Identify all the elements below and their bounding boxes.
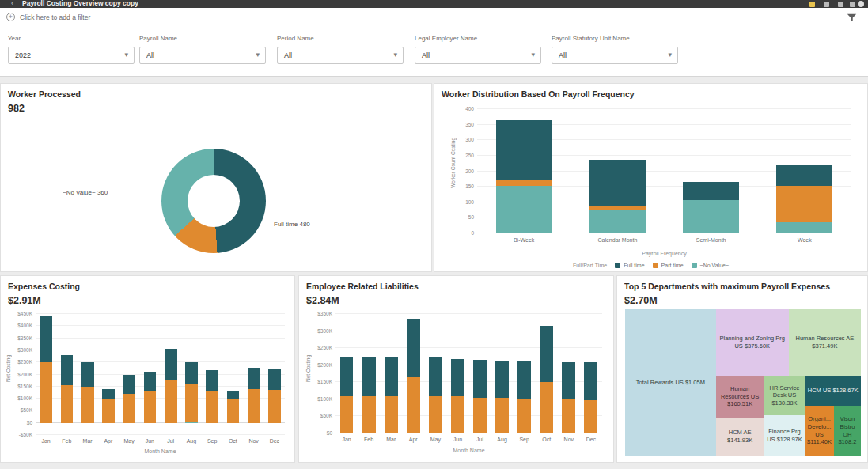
- stacked-bar[interactable]: [340, 357, 354, 433]
- stacked-bar[interactable]: [451, 359, 464, 433]
- bar-segment[interactable]: [429, 396, 442, 433]
- bar-segment[interactable]: [340, 357, 354, 396]
- bar-segment[interactable]: [495, 361, 509, 398]
- bar-segment[interactable]: [206, 391, 218, 423]
- bar-segment[interactable]: [268, 390, 281, 422]
- stacked-bar[interactable]: [165, 349, 177, 423]
- treemap-tile[interactable]: Finance Prg US $128.97K: [764, 415, 805, 456]
- bar-segment[interactable]: [102, 399, 115, 423]
- bar-segment[interactable]: [407, 377, 420, 433]
- stacked-bar[interactable]: [362, 357, 376, 433]
- stacked-bar[interactable]: [144, 372, 157, 423]
- bar-segment[interactable]: [776, 186, 832, 222]
- bar-segment[interactable]: [473, 360, 487, 398]
- stacked-bar[interactable]: [385, 357, 398, 433]
- stacked-bar[interactable]: [40, 316, 52, 423]
- treemap-tile[interactable]: Organi... Develo... US $111.40K: [805, 406, 833, 456]
- bar-segment[interactable]: [562, 399, 575, 433]
- bar-segment[interactable]: [206, 370, 218, 391]
- bar-segment[interactable]: [540, 382, 553, 433]
- treemap-tile[interactable]: Human Resources US $160.51K: [716, 376, 764, 418]
- share-icon[interactable]: [824, 2, 829, 7]
- stacked-bar[interactable]: [496, 120, 552, 233]
- treemap-tile[interactable]: Total Rewards US $1.05M: [625, 309, 716, 456]
- treemap-tile[interactable]: HCM AE $141.93K: [716, 418, 764, 456]
- bar-segment[interactable]: [683, 200, 739, 233]
- filter-funnel-icon[interactable]: [847, 13, 857, 23]
- bar-segment[interactable]: [473, 398, 487, 433]
- bar-segment[interactable]: [496, 120, 552, 181]
- bar-segment[interactable]: [385, 396, 398, 433]
- bar-segment[interactable]: [517, 361, 531, 399]
- stacked-bar[interactable]: [584, 362, 597, 433]
- bar-segment[interactable]: [340, 396, 354, 433]
- stacked-bar[interactable]: [517, 361, 531, 433]
- filter-dropdown[interactable]: All▾: [139, 47, 266, 64]
- filter-dropdown[interactable]: 2022▾: [8, 47, 135, 64]
- liabilities-chart[interactable]: Net Costing $0$50K$100K$150K$200K$250K$3…: [302, 309, 610, 462]
- bar-segment[interactable]: [407, 319, 420, 377]
- stacked-bar[interactable]: [473, 360, 487, 433]
- bar-segment[interactable]: [227, 391, 240, 399]
- stacked-bar[interactable]: [123, 375, 135, 422]
- bar-segment[interactable]: [123, 394, 135, 423]
- plot-area[interactable]: $0$50K$100K$150K$200K$250K$300K$350K: [335, 314, 602, 433]
- bar-segment[interactable]: [123, 375, 135, 394]
- bar-segment[interactable]: [496, 186, 552, 233]
- stacked-bar[interactable]: [227, 391, 240, 422]
- plot-area[interactable]: -$50K$0$50K$100K$150K$200K$250K$300K$350…: [36, 314, 285, 435]
- stacked-bar[interactable]: [407, 319, 420, 433]
- bar-segment[interactable]: [385, 357, 398, 395]
- stacked-bar[interactable]: [776, 165, 832, 234]
- bookmark-icon[interactable]: [809, 2, 815, 7]
- bar-segment[interactable]: [776, 165, 832, 187]
- treemap-tile[interactable]: Vison Bistro OH $108.2: [834, 406, 861, 456]
- bar-segment[interactable]: [61, 355, 74, 385]
- stacked-bar[interactable]: [268, 369, 281, 423]
- legend-item[interactable]: Part time: [653, 263, 684, 268]
- stacked-bar[interactable]: [81, 362, 94, 423]
- legend-item[interactable]: Full time: [615, 263, 644, 268]
- add-filter-button[interactable]: + Click here to add a filter: [6, 13, 90, 21]
- bar-segment[interactable]: [517, 399, 531, 433]
- stacked-bar[interactable]: [102, 389, 115, 422]
- stacked-bar[interactable]: [683, 182, 739, 233]
- bar-segment[interactable]: [185, 362, 198, 384]
- bell-icon[interactable]: [838, 2, 843, 7]
- bar-segment[interactable]: [227, 399, 240, 423]
- bar-segment[interactable]: [61, 385, 74, 422]
- bar-segment[interactable]: [185, 422, 198, 423]
- stacked-bar[interactable]: [562, 362, 575, 433]
- treemap-tile[interactable]: HR Service Desk US $130.38K: [764, 376, 805, 415]
- bar-segment[interactable]: [451, 359, 464, 397]
- avatar[interactable]: [858, 1, 864, 7]
- plot-area[interactable]: 050100150200250300350400: [477, 109, 851, 233]
- bar-segment[interactable]: [362, 357, 376, 396]
- bar-segment[interactable]: [776, 222, 832, 233]
- bar-segment[interactable]: [248, 389, 260, 423]
- stacked-bar[interactable]: [429, 357, 442, 433]
- departments-treemap[interactable]: Total Rewards US $1.05MPlanning and Zoni…: [625, 309, 861, 456]
- bar-segment[interactable]: [540, 326, 553, 382]
- bar-segment[interactable]: [144, 391, 157, 423]
- treemap-tile[interactable]: HCM US $128.67K: [805, 376, 861, 406]
- bar-segment[interactable]: [429, 357, 442, 396]
- stacked-bar[interactable]: [206, 370, 218, 423]
- worker-type-donut-chart[interactable]: Full time 480 Part time 142 ~No Value~ 3…: [1, 115, 431, 271]
- bar-segment[interactable]: [589, 160, 646, 206]
- donut[interactable]: [161, 149, 266, 253]
- bar-segment[interactable]: [81, 362, 94, 388]
- bar-segment[interactable]: [362, 396, 376, 433]
- stacked-bar[interactable]: [185, 362, 198, 422]
- filter-dropdown[interactable]: All▾: [415, 47, 541, 64]
- treemap-tile[interactable]: Human Resources AE $371.49K: [789, 309, 861, 376]
- stacked-bar[interactable]: [540, 326, 553, 433]
- bar-segment[interactable]: [248, 368, 260, 389]
- bar-segment[interactable]: [584, 400, 597, 433]
- bar-segment[interactable]: [40, 362, 52, 423]
- filter-dropdown[interactable]: All▾: [552, 47, 678, 64]
- payroll-frequency-chart[interactable]: Worker Count Costing 0501001502002503003…: [439, 106, 862, 271]
- bar-segment[interactable]: [562, 362, 575, 399]
- legend-item[interactable]: ~No Value~: [692, 263, 729, 268]
- filter-dropdown[interactable]: All▾: [277, 47, 404, 64]
